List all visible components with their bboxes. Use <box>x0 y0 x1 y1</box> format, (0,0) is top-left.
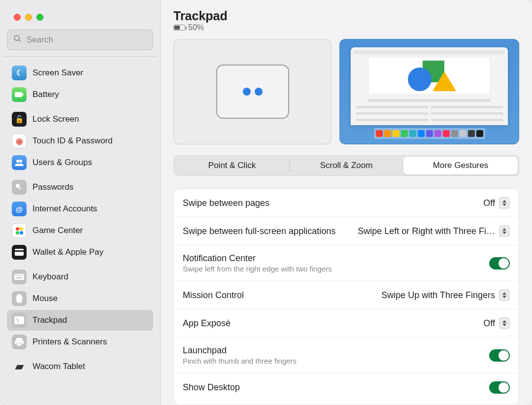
settings-window: Search ☾ Screen Saver Battery 🔓 <box>0 0 532 405</box>
sidebar-item-game-center[interactable]: Game Center <box>7 220 153 241</box>
tab-more-gestures[interactable]: More Gestures <box>403 157 518 174</box>
setting-value: Swipe Left or Right with Three Fi… <box>358 226 495 236</box>
sidebar: Search ☾ Screen Saver Battery 🔓 <box>0 0 161 405</box>
setting-launchpad: Launchpad Pinch with thumb and three fin… <box>174 338 519 373</box>
sidebar-item-label: Battery <box>33 90 59 100</box>
trackpad-icon <box>12 313 27 328</box>
stepper-icon <box>499 225 510 237</box>
mouse-icon <box>12 291 27 306</box>
sidebar-item-lock-screen[interactable]: 🔓 Lock Screen <box>7 109 153 130</box>
sidebar-item-trackpad[interactable]: Trackpad <box>7 310 153 331</box>
svg-rect-13 <box>18 275 19 276</box>
sidebar-item-keyboard[interactable]: Keyboard <box>7 267 153 287</box>
svg-point-5 <box>19 160 22 163</box>
setting-value: Swipe Up with Three Fingers <box>381 290 495 301</box>
page-title: Trackpad <box>173 9 519 23</box>
minimize-button[interactable] <box>25 14 32 21</box>
sidebar-item-mouse[interactable]: Mouse <box>7 288 153 309</box>
sidebar-item-label: Touch ID & Password <box>33 136 113 146</box>
header: Trackpad 50% <box>173 9 519 32</box>
tablet-icon: ▰ <box>12 359 27 374</box>
svg-rect-18 <box>14 316 24 324</box>
sidebar-item-screen-saver[interactable]: ☾ Screen Saver <box>7 63 153 83</box>
search-placeholder: Search <box>27 35 53 45</box>
sidebar-item-touch-id[interactable]: ◉ Touch ID & Password <box>7 131 153 151</box>
sidebar-item-internet-accounts[interactable]: @ Internet Accounts <box>7 199 153 219</box>
svg-rect-11 <box>15 275 16 276</box>
sidebar-list: ☾ Screen Saver Battery 🔓 Lock Screen ◉ <box>0 57 160 405</box>
svg-point-4 <box>16 160 19 163</box>
swipe-apps-select[interactable]: Swipe Left or Right with Three Fi… <box>358 225 510 237</box>
svg-point-0 <box>14 35 19 40</box>
sidebar-item-label: Wallet & Apple Pay <box>33 247 103 257</box>
setting-app-expose: App Exposé Off <box>174 309 519 338</box>
setting-label: App Exposé <box>183 318 474 329</box>
sidebar-item-printers[interactable]: Printers & Scanners <box>7 332 153 352</box>
swipe-pages-select[interactable]: Off <box>483 197 510 209</box>
setting-label: Launchpad <box>183 345 480 356</box>
window-controls <box>0 14 160 30</box>
search-input[interactable]: Search <box>7 30 153 50</box>
wallet-icon <box>12 245 27 260</box>
search-icon <box>13 34 22 45</box>
battery-level-text: 50% <box>188 23 204 32</box>
setting-description: Swipe left from the right edge with two … <box>183 265 480 273</box>
trackpad-gesture-preview <box>173 39 332 144</box>
battery-status: 50% <box>173 23 519 32</box>
stepper-icon <box>499 289 510 301</box>
setting-description: Pinch with thumb and three fingers <box>183 357 480 365</box>
svg-rect-21 <box>17 343 22 346</box>
setting-mission-control: Mission Control Swipe Up with Three Fing… <box>174 281 519 309</box>
close-button[interactable] <box>14 14 21 21</box>
sidebar-item-label: Trackpad <box>33 315 67 325</box>
fullscreen-button[interactable] <box>36 14 43 21</box>
svg-rect-19 <box>16 338 22 340</box>
sidebar-item-label: Game Center <box>33 226 83 236</box>
settings-list: Swipe between pages Off Swipe between fu… <box>173 189 519 405</box>
sidebar-item-wallet[interactable]: Wallet & Apple Pay <box>7 242 153 263</box>
key-icon <box>12 180 27 195</box>
setting-swipe-pages: Swipe between pages Off <box>174 189 519 217</box>
setting-label: Mission Control <box>183 290 372 301</box>
lock-screen-icon: 🔓 <box>12 112 27 127</box>
sidebar-item-label: Lock Screen <box>33 114 79 124</box>
sidebar-item-battery[interactable]: Battery <box>7 84 153 105</box>
launchpad-toggle[interactable] <box>489 349 510 362</box>
sidebar-item-wacom[interactable]: ▰ Wacom Tablet <box>7 356 153 377</box>
svg-rect-3 <box>23 94 24 96</box>
svg-rect-9 <box>15 250 24 252</box>
sidebar-item-label: Keyboard <box>33 272 68 282</box>
show-desktop-toggle[interactable] <box>489 381 510 394</box>
setting-label: Swipe between pages <box>183 198 474 208</box>
setting-label: Show Desktop <box>183 382 480 393</box>
screen-saver-icon: ☾ <box>12 66 27 80</box>
stepper-icon <box>499 197 510 209</box>
sidebar-item-label: Internet Accounts <box>33 204 97 214</box>
battery-icon <box>12 87 27 102</box>
keyboard-icon <box>12 270 27 284</box>
svg-rect-17 <box>16 294 22 303</box>
setting-value: Off <box>483 198 495 208</box>
svg-point-6 <box>16 184 20 188</box>
setting-notification-center: Notification Center Swipe left from the … <box>174 245 519 281</box>
setting-label: Swipe between full-screen applications <box>183 226 349 236</box>
sidebar-item-label: Screen Saver <box>33 68 83 78</box>
tab-point-click[interactable]: Point & Click <box>175 157 289 174</box>
trackpad-shape <box>216 65 289 119</box>
svg-line-1 <box>19 40 21 42</box>
touch-id-icon: ◉ <box>12 134 27 148</box>
desktop-result-preview <box>339 39 519 144</box>
app-expose-select[interactable]: Off <box>483 317 510 329</box>
notification-center-toggle[interactable] <box>489 257 510 270</box>
game-center-icon <box>12 223 27 238</box>
sidebar-item-label: Passwords <box>33 182 73 192</box>
svg-rect-12 <box>17 275 18 276</box>
sidebar-item-passwords[interactable]: Passwords <box>7 177 153 198</box>
svg-rect-7 <box>18 187 21 190</box>
mission-control-select[interactable]: Swipe Up with Three Fingers <box>381 289 510 301</box>
tab-scroll-zoom[interactable]: Scroll & Zoom <box>289 157 403 174</box>
svg-rect-8 <box>15 249 24 256</box>
svg-rect-15 <box>21 275 22 276</box>
sidebar-item-users-groups[interactable]: Users & Groups <box>7 152 153 173</box>
sidebar-item-label: Wacom Tablet <box>33 362 85 371</box>
